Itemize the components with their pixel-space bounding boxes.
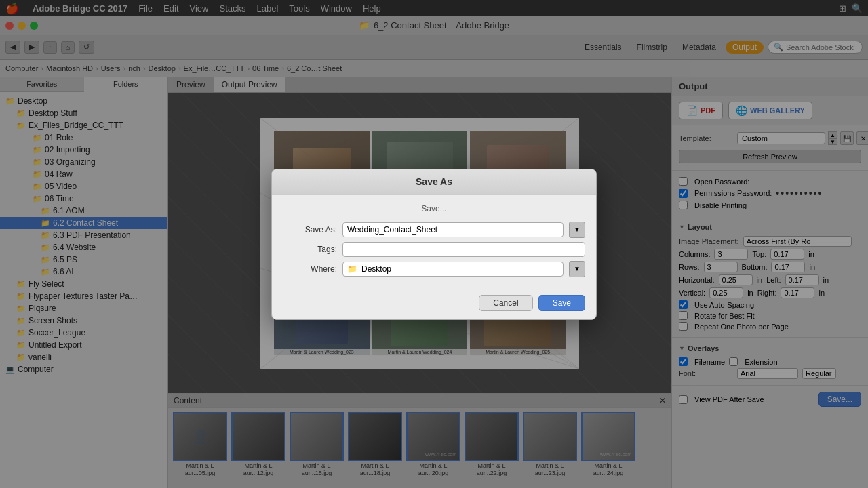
where-row: Where: 📁 Desktop ▼ [283,261,585,277]
save-dialog: Save As Save... Save As: ▼ Tags: Where: … [271,169,597,320]
dialog-body: Save... Save As: ▼ Tags: Where: 📁 Deskto… [272,195,596,289]
tags-input[interactable] [342,242,585,257]
save-as-row: Save As: ▼ [283,222,585,238]
save-prompt: Save... [283,203,585,218]
dialog-title: Save As [272,169,596,195]
save-as-label: Save As: [283,225,337,235]
where-folder-icon: 📁 [347,264,357,274]
save-button[interactable]: Save [538,295,585,311]
save-as-input[interactable] [342,222,564,237]
save-as-dropdown[interactable]: ▼ [569,222,585,238]
where-dropdown[interactable]: ▼ [569,261,585,277]
tags-label: Tags: [283,245,337,254]
tags-row: Tags: [283,242,585,257]
where-value: Desktop [361,264,391,274]
dialog-overlay: Save As Save... Save As: ▼ Tags: Where: … [0,0,868,488]
where-label: Where: [283,264,337,274]
cancel-button[interactable]: Cancel [479,295,532,311]
dialog-buttons: Cancel Save [272,289,596,319]
where-selector[interactable]: 📁 Desktop [342,262,564,277]
